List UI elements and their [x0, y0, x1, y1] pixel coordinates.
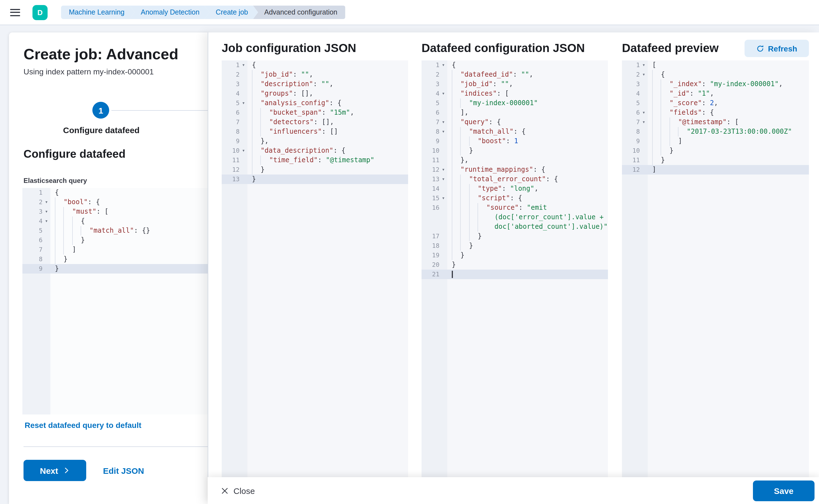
space-avatar[interactable]: D	[32, 5, 48, 20]
code-line[interactable]: 5▾"analysis_config": {	[222, 98, 408, 108]
code-line[interactable]: 2▾"bool": {	[22, 197, 211, 207]
line-number: 3	[622, 79, 640, 89]
code-line[interactable]: 4"_id": "1",	[622, 89, 809, 98]
code-line[interactable]: 16"source": "emit	[422, 203, 608, 213]
fold-toggle-icon[interactable]: ▾	[240, 146, 248, 156]
fold-toggle-icon[interactable]: ▾	[439, 194, 447, 203]
code-line[interactable]: 13}	[222, 175, 408, 184]
fold-toggle-icon[interactable]: ▾	[43, 197, 50, 207]
fold-toggle-icon[interactable]: ▾	[439, 60, 447, 70]
code-text: "match_all": {}	[50, 226, 211, 235]
save-button[interactable]: Save	[753, 480, 815, 501]
code-line[interactable]: 2"job_id": "",	[222, 70, 408, 79]
code-line[interactable]: 19}	[422, 251, 608, 260]
code-line[interactable]: 6"bucket_span": "15m",	[222, 108, 408, 117]
code-line[interactable]: 3"_index": "my-index-000001",	[622, 79, 809, 89]
indent-guide	[452, 79, 460, 89]
elasticsearch-query-editor[interactable]: 1{2▾"bool": {3▾"must": [4▾{5"match_all":…	[22, 188, 211, 414]
code-line[interactable]: 14"type": "long",	[422, 184, 608, 194]
code-line[interactable]: 1{	[22, 188, 211, 197]
menu-icon[interactable]	[10, 9, 20, 16]
code-line[interactable]: 11"time_field": "@timestamp"	[222, 156, 408, 165]
code-line[interactable]: 9]	[622, 136, 809, 146]
code-line[interactable]: 6}	[22, 235, 211, 245]
code-line[interactable]: 11}	[622, 156, 809, 165]
code-line[interactable]: 7"detectors": [],	[222, 117, 408, 127]
code-line[interactable]: 10}	[422, 146, 608, 156]
code-line[interactable]: (doc['error_count'].value +	[422, 213, 608, 222]
code-line[interactable]: 12]	[622, 165, 809, 175]
code-line[interactable]: 3"description": "",	[222, 79, 408, 89]
datafeed-config-json-editor[interactable]: 1▾{2"datafeed_id": "",3"job_id": "",4▾"i…	[422, 60, 608, 477]
code-line[interactable]: 3▾"must": [	[22, 207, 211, 216]
fold-toggle-icon[interactable]: ▾	[439, 127, 447, 136]
job-config-json-editor[interactable]: 1▾{2"job_id": "",3"description": "",4"gr…	[222, 60, 408, 477]
code-line[interactable]: 4▾{	[22, 216, 211, 226]
next-button[interactable]: Next	[23, 460, 86, 481]
code-line[interactable]: 20}	[422, 260, 608, 270]
code-line[interactable]: 3"job_id": "",	[422, 79, 608, 89]
code-line[interactable]: 7]	[22, 245, 211, 255]
code-line[interactable]: 12}	[222, 165, 408, 175]
code-line[interactable]: 7▾"@timestamp": [	[622, 117, 809, 127]
code-line[interactable]: 4▾"indices": [	[422, 89, 608, 98]
breadcrumb-create-job[interactable]: Create job	[204, 6, 258, 19]
code-line[interactable]: 5"my-index-000001"	[422, 98, 608, 108]
code-line[interactable]: 8"2017-03-23T13:00:00.000Z"	[622, 127, 809, 136]
code-line[interactable]: 1▾{	[222, 60, 408, 70]
reset-datafeed-query-link[interactable]: Reset datafeed query to default	[25, 421, 141, 430]
code-line[interactable]: 9},	[222, 136, 408, 146]
code-line[interactable]: 17}	[422, 232, 608, 241]
fold-toggle-icon[interactable]: ▾	[439, 117, 447, 127]
code-line[interactable]: 15▾"script": {	[422, 194, 608, 203]
fold-toggle-icon[interactable]: ▾	[240, 98, 248, 108]
step-1-indicator[interactable]: 1	[92, 102, 109, 119]
code-line[interactable]: 9"boost": 1	[422, 136, 608, 146]
fold-toggle-icon[interactable]: ▾	[240, 60, 248, 70]
datafeed-preview-editor[interactable]: 1▾[2▾{3"_index": "my-index-000001",4"_id…	[622, 60, 809, 477]
code-line[interactable]: 8▾"match_all": {	[422, 127, 608, 136]
code-line[interactable]: doc['aborted_count'].value)"	[422, 222, 608, 232]
fold-toggle-icon[interactable]: ▾	[640, 70, 648, 79]
fold-toggle-icon[interactable]: ▾	[439, 165, 447, 175]
refresh-button[interactable]: Refresh	[745, 40, 809, 57]
code-line[interactable]: 2"datafeed_id": "",	[422, 70, 608, 79]
code-line[interactable]: 18}	[422, 241, 608, 251]
fold-toggle-icon[interactable]: ▾	[43, 216, 50, 226]
code-text: "_index": "my-index-000001",	[648, 79, 809, 89]
fold-toggle-icon[interactable]: ▾	[640, 60, 648, 70]
code-line[interactable]: 7▾"query": {	[422, 117, 608, 127]
line-number: 9	[422, 136, 439, 146]
code-line[interactable]: 5"match_all": {}	[22, 226, 211, 235]
edit-json-button[interactable]: Edit JSON	[103, 460, 144, 481]
code-line[interactable]: 21	[422, 270, 608, 279]
code-line[interactable]: 5"_score": 2,	[622, 98, 809, 108]
code-text: }	[50, 255, 211, 264]
code-line[interactable]: 1▾{	[422, 60, 608, 70]
code-line[interactable]: 12▾"runtime_mappings": {	[422, 165, 608, 175]
code-line[interactable]: 10}	[622, 146, 809, 156]
fold-toggle-icon[interactable]: ▾	[43, 207, 50, 216]
fold-gutter	[439, 251, 447, 260]
breadcrumb-anomaly-detection[interactable]: Anomaly Detection	[129, 6, 210, 19]
fold-toggle-icon[interactable]: ▾	[640, 108, 648, 117]
code-line[interactable]: 8}	[22, 255, 211, 264]
fold-toggle-icon[interactable]: ▾	[439, 89, 447, 98]
json-flyout: Job configuration JSON Datafeed configur…	[208, 32, 819, 504]
code-line[interactable]: 9}	[22, 264, 211, 274]
indent-guide	[460, 98, 469, 108]
code-line[interactable]: 1▾[	[622, 60, 809, 70]
code-line[interactable]: 2▾{	[622, 70, 809, 79]
fold-toggle-icon[interactable]: ▾	[640, 117, 648, 127]
code-line[interactable]: 13▾"total_error_count": {	[422, 175, 608, 184]
code-line[interactable]: 11},	[422, 156, 608, 165]
code-line[interactable]: 6▾"fields": {	[622, 108, 809, 117]
code-line[interactable]: 6],	[422, 108, 608, 117]
breadcrumb-machine-learning[interactable]: Machine Learning	[61, 6, 135, 19]
line-number: 17	[422, 232, 439, 241]
code-line[interactable]: 8"influencers": []	[222, 127, 408, 136]
code-line[interactable]: 4"groups": [],	[222, 89, 408, 98]
close-button[interactable]: Close	[221, 486, 255, 495]
fold-toggle-icon[interactable]: ▾	[439, 175, 447, 184]
code-line[interactable]: 10▾"data_description": {	[222, 146, 408, 156]
